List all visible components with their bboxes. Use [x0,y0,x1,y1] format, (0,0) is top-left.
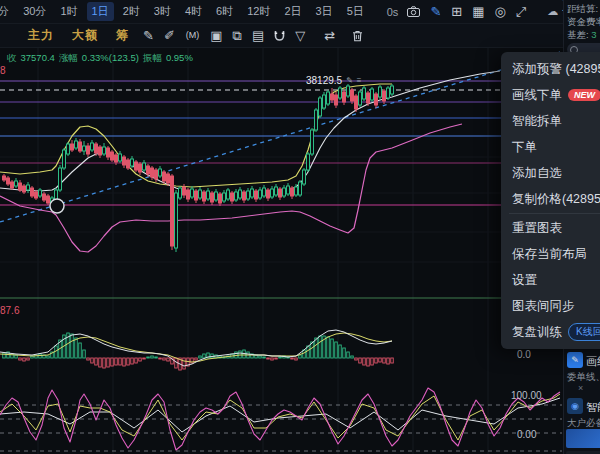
menu-item-reset-chart[interactable]: 重置图表 [501,215,600,241]
smart-split-promo-icon[interactable]: ◉ [567,398,583,414]
timeframe-12h[interactable]: 12时 [242,2,275,21]
chart-context-menu: 添加预警 (42895.6) 画线下单NEW 智能拆单 下单 添加自选 复制价格… [501,52,600,349]
timeframe-toolbar: 5分 30分 1时 1日 2时 3时 4时 6时 12时 2日 3日 5日 0s… [0,0,563,24]
macd-pane [0,330,393,370]
chips-button[interactable]: 筹 [116,27,129,44]
main-force-button[interactable]: 主力 [28,27,54,44]
amplitude-label: 振幅 [143,52,162,65]
menu-item-draw-order[interactable]: 画线下单NEW [501,82,600,108]
draw-order-promo-desc: 委单线、 [567,371,600,384]
smart-split-promo-title[interactable]: 智能 [586,400,600,415]
menu-item-settings[interactable]: 设置 [501,267,600,293]
bollinger-bands [0,71,500,252]
order-menu-icon[interactable]: ≡ [357,76,362,85]
timeframe-4h[interactable]: 4时 [180,2,207,21]
kdj-pane [0,388,562,451]
timeframe-6h[interactable]: 6时 [211,2,238,21]
amplitude-value: 0.95% [166,52,193,65]
copy-drawing-icon[interactable]: ⧉ [233,29,242,42]
replay-icon[interactable]: ◎ [494,5,505,18]
pencil-tool-icon[interactable]: ✎ [143,29,154,42]
timeframe-3d[interactable]: 3日 [311,2,338,21]
magnet-icon[interactable] [274,30,285,42]
candlestick-series [3,84,394,252]
trading-app: { "toolbar_top": { "timeframes": ["5分","… [0,0,600,454]
new-badge: NEW [568,89,600,101]
timeframe-2d[interactable]: 2日 [279,2,306,21]
timeframe-5m[interactable]: 5分 [0,2,14,21]
magnet-mode-icon[interactable]: (M) [185,30,201,41]
close-value: 37570.4 [21,52,55,65]
kdj-axis-min: 0.00 [517,429,536,440]
menu-item-save-layout[interactable]: 保存当前布局 [501,241,600,267]
basis-value: 3 [591,29,596,40]
draw-order-promo-icon[interactable]: ✎ [567,352,583,368]
freehand-pen-icon[interactable]: ✐ [164,29,175,42]
timeframe-1h[interactable]: 1时 [55,2,82,21]
timeframe-30m[interactable]: 30分 [18,2,51,21]
change-label: 涨幅 [59,52,78,65]
settlement-label: 距结算: [567,3,598,16]
timeframe-5d[interactable]: 5日 [342,2,369,21]
timeframe-1d-selected[interactable]: 1日 [87,2,114,21]
kdj-axis-max: 100.00 [511,390,542,401]
drawing-toolbar: 主力 大额 筹 ✎ ✐ (M) ▣ ⧉ ▤ ▽ ⇄ [0,24,563,48]
close-label: 收 [7,52,17,65]
image-export-icon[interactable]: ▦ [472,5,484,18]
macd-left-value: 87.6 [0,305,19,316]
draw-order-promo-title[interactable]: 画线 [586,354,600,369]
fullscreen-icon[interactable]: ⤢ [516,5,526,18]
timeframe-3h[interactable]: 3时 [149,2,176,21]
screenshot-camera-icon[interactable] [407,6,420,17]
funding-rate-label: 资金费率 [567,16,600,29]
ohlc-info-row: 收37570.4 涨幅0.33%(123.5) 振幅0.95% [7,52,193,65]
drawing-list-icon[interactable]: ▤ [252,29,264,42]
trash-icon[interactable] [352,30,363,42]
large-order-button[interactable]: 大额 [72,27,98,44]
order-edit-icon[interactable]: ✎ [346,76,353,85]
macd-axis-zero: 0.0 [517,349,531,360]
price-line-label[interactable]: 38129.5 ✎ ≡ [306,75,362,86]
menu-item-smart-split[interactable]: 智能拆单 [501,108,600,134]
menu-item-copy-price[interactable]: 复制价格(42895.6) [501,186,600,212]
menu-item-add-alert[interactable]: 添加预警 (42895.6) [501,56,600,82]
filter-icon[interactable]: ▽ [295,29,305,42]
menu-divider [509,213,600,214]
lock-drawings-icon[interactable]: ▣ [210,29,222,42]
add-indicator-icon[interactable]: ⊞ [451,5,462,18]
menu-item-replay-training[interactable]: 复盘训练K线回放 [501,319,600,345]
close-icon[interactable]: × [578,383,583,393]
kline-replay-badge: K线回放 [568,323,600,341]
order-price-value: 38129.5 [306,75,342,86]
switch-chart-icon[interactable]: ⇄ [324,29,335,42]
left-axis-price-fragment: 8 [0,65,6,76]
menu-item-place-order[interactable]: 下单 [501,134,600,160]
timeframe-2h[interactable]: 2时 [118,2,145,21]
sidebar-cta-button[interactable] [566,429,600,448]
menu-item-sync-charts[interactable]: 图表间同步 [501,293,600,319]
edit-pencil-icon[interactable]: ✎ [430,5,441,18]
candle-countdown: 0s [387,6,399,18]
trendline-anchor [50,199,64,213]
menu-item-add-watchlist[interactable]: 添加自选 [501,160,600,186]
cloud-icon: ☁ [547,5,558,18]
basis-label: 基差: 3 [567,29,597,42]
change-value: 0.33%(123.5) [82,52,139,65]
